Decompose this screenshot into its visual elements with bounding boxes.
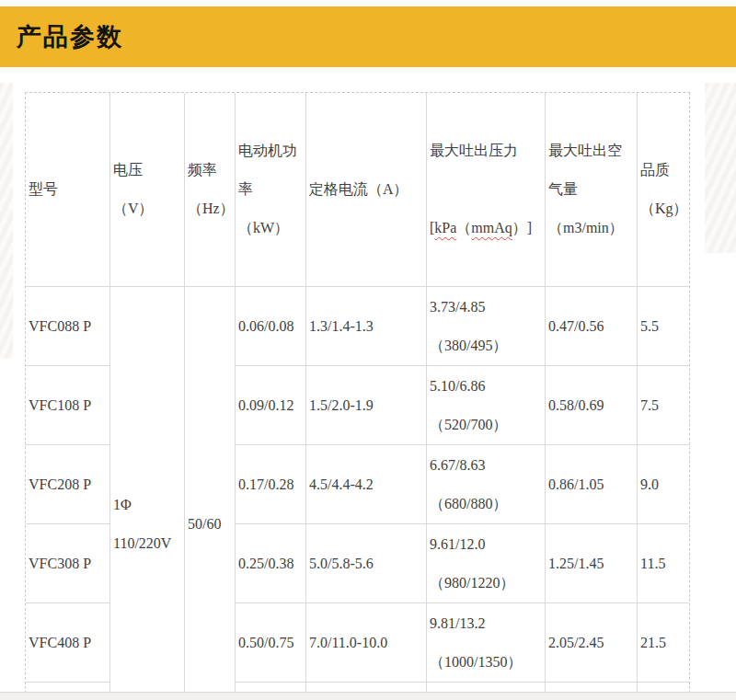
table-header-row: 型号 电压（V） 频率 （Hz） 电动机功 率（kW） 定格电流（A） 最大吐出…: [26, 93, 689, 287]
airflow-cell: 1.25/1.45: [546, 524, 638, 603]
header-voltage: 电压（V）: [110, 93, 185, 287]
current-cell: 7.0/11.0-10.0: [306, 603, 427, 683]
model-cell: VFC408 P: [26, 603, 110, 683]
spellcheck-underline-mmaq: mmAq: [471, 220, 512, 235]
header-model: 型号: [26, 93, 110, 287]
header-motor-power: 电动机功 率（kW）: [236, 93, 306, 287]
background-texture-right: [705, 83, 736, 253]
power-cell: 0.06/0.08: [236, 287, 306, 366]
header-rated-current: 定格电流（A）: [306, 93, 427, 287]
airflow-cell: 2.05/2.45: [546, 603, 638, 683]
weight-cell: 21.5: [638, 603, 689, 683]
header-weight: 品质 （Kg）: [638, 93, 689, 287]
weight-cell: 9.0: [638, 445, 689, 524]
spellcheck-underline-kpa: kPa: [434, 220, 456, 235]
airflow-cell: 0.58/0.69: [546, 366, 638, 445]
header-max-pressure: 最大吐出压力 [kPa（mmAq）]: [427, 93, 546, 287]
airflow-cell: 0.47/0.56: [546, 287, 638, 366]
header-max-pressure-line2: [kPa（mmAq）]: [430, 209, 543, 247]
voltage-value-cell: 1Φ 110/220V: [110, 287, 185, 700]
power-cell: 0.09/0.12: [236, 366, 306, 445]
power-cell: 0.50/0.75: [236, 603, 306, 683]
page-title: 产品参数: [17, 20, 123, 53]
background-texture-left: [0, 83, 13, 359]
weight-cell: 11.5: [638, 524, 689, 603]
current-cell: 4.5/4.4-4.2: [306, 445, 427, 524]
current-cell: 5.0/5.8-5.6: [306, 524, 427, 603]
pressure-cell: 6.67/8.63 （680/880）: [427, 445, 546, 524]
pressure-cell: 9.81/13.2 （1000/1350）: [427, 603, 546, 683]
current-cell: 1.3/1.4-1.3: [306, 287, 427, 366]
bracket-close: ）]: [512, 220, 532, 235]
airflow-cell: 0.86/1.05: [546, 445, 638, 524]
weight-cell: 5.5: [638, 287, 689, 366]
frequency-value-cell: 50/60: [185, 287, 236, 700]
header-max-airflow: 最大吐出空 气量 （m3/min）: [546, 93, 638, 287]
model-cell: VFC208 P: [26, 445, 110, 524]
table-row: VFC088 P 1Φ 110/220V 50/60 0.06/0.08 1.3…: [26, 287, 689, 366]
model-cell: VFC088 P: [26, 287, 110, 366]
next-section-divider: [0, 692, 736, 700]
power-cell: 0.17/0.28: [236, 445, 306, 524]
model-cell: VFC308 P: [26, 524, 110, 603]
model-cell: VFC108 P: [26, 366, 110, 445]
weight-cell: 7.5: [638, 366, 689, 445]
pressure-cell: 9.61/12.0 （980/1220）: [427, 524, 546, 603]
paren-open: （: [456, 220, 471, 235]
header-frequency: 频率 （Hz）: [185, 93, 236, 287]
section-title-bar: 产品参数: [0, 6, 736, 67]
pressure-cell: 3.73/4.85 （380/495）: [427, 287, 546, 366]
pressure-cell: 5.10/6.86 （520/700）: [427, 366, 546, 445]
product-spec-table: 型号 电压（V） 频率 （Hz） 电动机功 率（kW） 定格电流（A） 最大吐出…: [25, 92, 690, 700]
header-max-pressure-line1: 最大吐出压力: [430, 132, 543, 170]
current-cell: 1.5/2.0-1.9: [306, 366, 427, 445]
power-cell: 0.25/0.38: [236, 524, 306, 603]
